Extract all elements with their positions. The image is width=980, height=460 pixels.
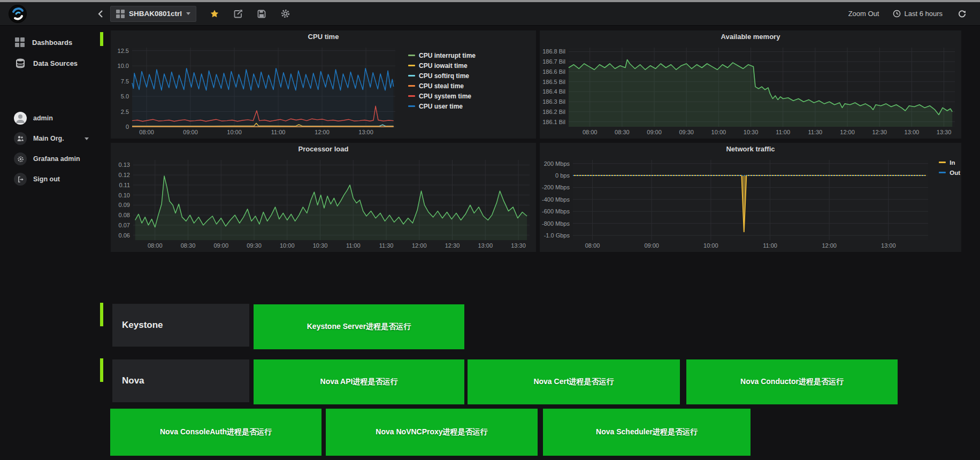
- back-chevron-button[interactable]: [95, 9, 106, 19]
- sidebar-item-dashboards[interactable]: Dashboards: [0, 32, 99, 52]
- legend-item[interactable]: CPU system time: [408, 91, 476, 101]
- sidebar-item-data-sources[interactable]: Data Sources: [0, 52, 99, 74]
- legend-swatch: [939, 162, 946, 163]
- dashboard-title-dropdown[interactable]: SHBAK0801ctrl: [110, 6, 196, 22]
- legend-label: CPU softirq time: [419, 72, 469, 80]
- legend-label: Out: [950, 170, 960, 176]
- svg-text:12:00: 12:00: [822, 242, 837, 249]
- svg-text:08:30: 08:30: [181, 242, 196, 249]
- stat-nova-cert[interactable]: Nova Cert进程是否运行: [468, 359, 680, 404]
- svg-text:0.13: 0.13: [119, 162, 130, 168]
- svg-text:13:00: 13:00: [905, 129, 920, 135]
- gear-icon: [280, 9, 290, 19]
- svg-text:12:00: 12:00: [412, 242, 427, 249]
- stat-nova-scheduler[interactable]: Nova Scheduler进程是否运行: [543, 409, 751, 456]
- svg-text:09:30: 09:30: [679, 129, 694, 135]
- grafana-dashboard-screen: SHBAK0801ctrl: [0, 0, 980, 460]
- panel-title[interactable]: Available memory: [540, 30, 961, 43]
- chevron-left-icon: [97, 10, 104, 18]
- stat-nova-novncproxy[interactable]: Nova NoVNCProxy进程是否运行: [326, 409, 538, 456]
- svg-text:0.10: 0.10: [119, 192, 130, 198]
- topbar-right-controls: Zoom Out Last 6 hours: [848, 9, 967, 19]
- svg-text:08:00: 08:00: [139, 129, 154, 135]
- panel-keystone-label[interactable]: Keystone: [112, 304, 249, 347]
- row-toggle-bar[interactable]: [100, 32, 103, 46]
- time-range-picker[interactable]: Last 6 hours: [893, 10, 943, 18]
- legend-item[interactable]: CPU iowait time: [408, 61, 476, 70]
- row-toggle-bar[interactable]: [100, 303, 103, 326]
- svg-text:7.5: 7.5: [121, 78, 129, 85]
- panel-title[interactable]: CPU time: [111, 30, 536, 43]
- zoom-out-button[interactable]: Zoom Out: [848, 10, 879, 18]
- user-icon: [14, 112, 27, 125]
- share-button[interactable]: [233, 9, 243, 19]
- legend-item[interactable]: Out: [939, 168, 960, 177]
- legend-swatch: [408, 85, 415, 87]
- svg-text:-600 Mbps: -600 Mbps: [542, 208, 570, 214]
- svg-text:13:30: 13:30: [511, 242, 526, 249]
- svg-text:0: 0: [126, 124, 129, 130]
- stat-nova-consoleauth[interactable]: Nova ConsoleAuth进程是否运行: [110, 409, 321, 456]
- stat-nova-conductor[interactable]: Nova Conductor进程是否运行: [686, 359, 898, 404]
- sidebar-item-label: Grafana admin: [33, 155, 80, 163]
- svg-text:0.09: 0.09: [119, 202, 130, 208]
- processor-load-chart[interactable]: 08:0008:3009:0009:3010:0010:3011:0011:30…: [111, 156, 534, 251]
- svg-text:186.4 Bil: 186.4 Bil: [542, 88, 565, 95]
- legend-item[interactable]: CPU user time: [408, 102, 476, 111]
- svg-text:10.0: 10.0: [118, 63, 129, 69]
- legend-item[interactable]: CPU interrupt time: [408, 51, 476, 60]
- svg-text:186.5 Bil: 186.5 Bil: [542, 79, 565, 85]
- svg-text:09:00: 09:00: [647, 129, 662, 135]
- stat-nova-api[interactable]: Nova API进程是否运行: [254, 359, 464, 404]
- users-icon: [17, 135, 24, 142]
- star-button[interactable]: [209, 9, 220, 19]
- row-label-text: Keystone: [122, 320, 163, 331]
- top-navbar: SHBAK0801ctrl: [0, 2, 980, 26]
- dashboard-grid-icon: [116, 10, 125, 18]
- panel-nova-label[interactable]: Nova: [112, 359, 249, 402]
- network-traffic-chart[interactable]: 08:0009:0010:0011:0012:0013:00200 Mbps0 …: [540, 156, 932, 251]
- svg-text:08:00: 08:00: [583, 129, 598, 135]
- svg-text:200 Mbps: 200 Mbps: [544, 160, 570, 167]
- svg-text:186.6 Bil: 186.6 Bil: [542, 68, 565, 75]
- svg-text:12.5: 12.5: [118, 48, 129, 54]
- sidebar-item-admin[interactable]: admin: [0, 108, 99, 128]
- settings-button[interactable]: [280, 9, 290, 19]
- legend-item[interactable]: In: [939, 158, 960, 167]
- legend-item[interactable]: CPU softirq time: [408, 71, 476, 80]
- admin-gear-circle: [14, 152, 27, 165]
- save-button[interactable]: [256, 9, 267, 19]
- svg-text:0.12: 0.12: [119, 172, 130, 178]
- sidebar-item-grafana-admin[interactable]: Grafana admin: [0, 149, 99, 169]
- svg-text:10:00: 10:00: [703, 242, 718, 249]
- svg-text:0.07: 0.07: [119, 222, 130, 228]
- row-toggle-bar[interactable]: [100, 358, 103, 382]
- available-memory-chart[interactable]: 08:0008:3009:0009:3010:0010:3011:0011:30…: [540, 43, 959, 137]
- legend-label: CPU interrupt time: [419, 52, 476, 59]
- dashboard-title: SHBAK0801ctrl: [129, 10, 182, 18]
- cpu-time-chart[interactable]: 08:0009:0010:0011:0012:0013:0012.510.07.…: [111, 43, 400, 137]
- legend-swatch: [408, 105, 415, 107]
- svg-text:09:00: 09:00: [183, 129, 198, 135]
- sidebar-item-sign-out[interactable]: Sign out: [0, 169, 99, 189]
- sidebar-item-label: Main Org.: [33, 135, 64, 142]
- sidebar-item-label: Sign out: [33, 175, 60, 183]
- panel-available-memory: Available memory 08:0008:3009:0009:3010:…: [540, 30, 961, 139]
- refresh-button[interactable]: [956, 9, 967, 19]
- stat-text: Nova Scheduler进程是否运行: [591, 427, 703, 437]
- panel-cpu-time: CPU time 08:0009:0010:0011:0012:0013:001…: [111, 30, 536, 139]
- legend-item[interactable]: CPU steal time: [408, 81, 476, 90]
- svg-text:11:00: 11:00: [763, 242, 777, 249]
- sign-out-circle: [14, 173, 27, 186]
- grafana-logo[interactable]: [9, 5, 27, 23]
- stat-keystone-server[interactable]: Keystone Server进程是否运行: [254, 304, 464, 349]
- panel-title[interactable]: Network traffic: [540, 143, 961, 156]
- legend-swatch: [939, 172, 946, 173]
- chevron-down-icon: [186, 12, 190, 15]
- svg-text:10:00: 10:00: [711, 129, 726, 135]
- svg-text:11:00: 11:00: [346, 242, 361, 249]
- stat-text: Nova Cert进程是否运行: [528, 377, 619, 387]
- panel-title[interactable]: Processor load: [111, 143, 536, 156]
- sidebar-item-main-org[interactable]: Main Org.: [0, 128, 99, 149]
- svg-text:5.0: 5.0: [121, 93, 129, 99]
